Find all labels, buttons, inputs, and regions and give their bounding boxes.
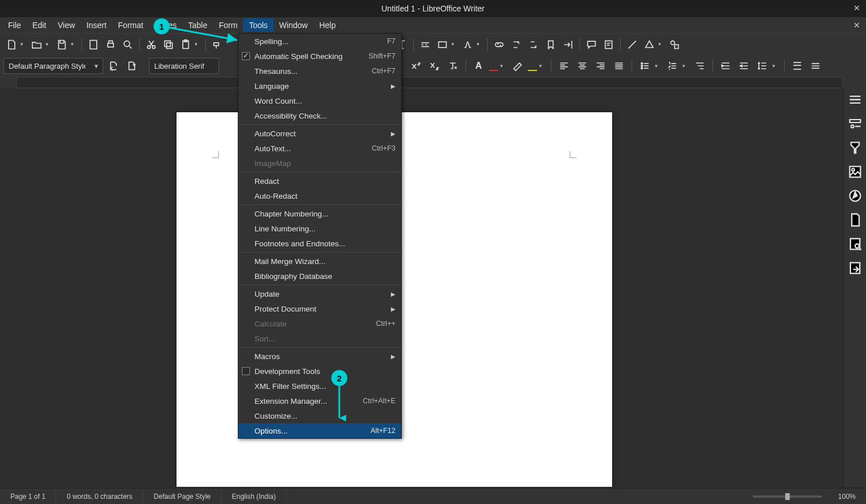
align-center-icon[interactable] xyxy=(574,58,590,74)
menu-item-accessibility-check[interactable]: Accessibility Check... xyxy=(238,108,401,123)
paragraph-style-dropdown-icon[interactable]: ▼ xyxy=(90,63,103,69)
menu-edit[interactable]: Edit xyxy=(27,18,52,32)
outline-list-icon[interactable] xyxy=(692,58,708,74)
insert-bookmark-icon[interactable] xyxy=(543,37,559,53)
sidebar-page-icon[interactable] xyxy=(847,212,863,228)
clone-formatting-icon[interactable] xyxy=(209,37,225,53)
save-icon[interactable] xyxy=(54,37,70,53)
paragraph-style-input[interactable] xyxy=(4,62,90,70)
sidebar-style-inspector-icon[interactable] xyxy=(847,236,863,252)
align-left-icon[interactable] xyxy=(556,58,572,74)
font-name-input[interactable] xyxy=(150,62,218,70)
menu-item-language[interactable]: Language▶ xyxy=(238,78,401,93)
menu-item-auto-redact[interactable]: Auto-Redact xyxy=(238,188,401,203)
align-justify-icon[interactable] xyxy=(611,58,627,74)
subscript-icon[interactable] xyxy=(426,58,442,74)
menu-item-options[interactable]: Options...Alt+F12 xyxy=(238,423,401,438)
menu-item-extension-manager[interactable]: Extension Manager...Ctrl+Alt+E xyxy=(238,393,401,408)
menu-item-xml-filter-settings[interactable]: XML Filter Settings... xyxy=(238,379,401,393)
menu-item-autotext[interactable]: AutoText...Ctrl+F3 xyxy=(238,141,401,156)
clear-formatting-icon[interactable] xyxy=(445,58,461,74)
insert-footnote-icon[interactable] xyxy=(508,37,524,53)
numbered-list-icon[interactable] xyxy=(664,58,680,74)
sidebar-styles-icon[interactable] xyxy=(847,140,863,156)
document-canvas[interactable] xyxy=(0,88,843,487)
bullet-list-icon[interactable] xyxy=(637,58,653,74)
menu-item-customize[interactable]: Customize... xyxy=(238,408,401,423)
menu-item-chapter-numbering[interactable]: Chapter Numbering... xyxy=(238,206,401,221)
menu-item-footnotes-and-endnotes[interactable]: Footnotes and Endnotes... xyxy=(238,236,401,251)
menu-item-macros[interactable]: Macros▶ xyxy=(238,349,401,364)
export-pdf-icon[interactable] xyxy=(85,37,101,53)
menu-help[interactable]: Help xyxy=(314,18,342,32)
menu-form[interactable]: Form xyxy=(213,18,244,32)
font-name-combo[interactable] xyxy=(149,58,219,74)
document-close-icon[interactable]: ✕ xyxy=(853,21,860,30)
paste-icon[interactable] xyxy=(178,37,194,53)
print-preview-icon[interactable] xyxy=(120,37,136,53)
new-style-icon[interactable] xyxy=(124,58,140,74)
font-color-dropdown-icon[interactable]: ▼ xyxy=(499,64,505,69)
status-page-style[interactable]: Default Page Style xyxy=(143,491,221,502)
print-icon[interactable] xyxy=(103,37,119,53)
menu-item-protect-document[interactable]: Protect Document▶ xyxy=(238,301,401,316)
insert-comment-icon[interactable] xyxy=(583,37,599,53)
sidebar-manage-changes-icon[interactable] xyxy=(847,260,863,276)
menu-window[interactable]: Window xyxy=(273,18,314,32)
menu-item-mail-merge-wizard[interactable]: Mail Merge Wizard... xyxy=(238,254,401,269)
sidebar-properties-icon[interactable] xyxy=(847,116,863,132)
insert-page-break-icon[interactable] xyxy=(417,37,433,53)
menu-item-redact[interactable]: Redact xyxy=(238,174,401,188)
status-page[interactable]: Page 1 of 1 xyxy=(0,491,56,502)
superscript-icon[interactable] xyxy=(408,58,424,74)
shapes-dropdown-icon[interactable]: ▼ xyxy=(657,42,663,47)
cut-icon[interactable] xyxy=(143,37,159,53)
basic-shapes-icon[interactable] xyxy=(641,37,657,53)
menu-table[interactable]: Table xyxy=(182,18,213,32)
status-language[interactable]: English (India) xyxy=(222,491,287,502)
window-close-icon[interactable]: ✕ xyxy=(853,3,860,13)
paste-dropdown-icon[interactable]: ▼ xyxy=(194,42,199,47)
insert-hyperlink-icon[interactable] xyxy=(491,37,507,53)
numbered-dropdown-icon[interactable]: ▼ xyxy=(681,64,687,69)
menu-item-autocorrect[interactable]: AutoCorrect▶ xyxy=(238,126,401,141)
status-zoom[interactable]: 100% xyxy=(828,491,866,502)
menu-item-line-numbering[interactable]: Line Numbering... xyxy=(238,221,401,236)
menu-item-thesaurus[interactable]: Thesaurus...Ctrl+F7 xyxy=(238,64,401,78)
insert-special-char-icon[interactable] xyxy=(460,37,476,53)
save-dropdown-icon[interactable]: ▼ xyxy=(70,42,76,47)
update-style-icon[interactable] xyxy=(105,58,122,74)
insert-endnote-icon[interactable] xyxy=(526,37,542,53)
line-spacing-icon[interactable] xyxy=(754,58,770,74)
decrease-para-spacing-icon[interactable] xyxy=(808,58,824,74)
menu-view[interactable]: View xyxy=(52,18,81,32)
special-char-dropdown-icon[interactable]: ▼ xyxy=(476,42,481,47)
status-word-count[interactable]: 0 words, 0 characters xyxy=(56,491,143,502)
menu-tools[interactable]: Tools xyxy=(243,18,273,32)
zoom-slider[interactable] xyxy=(753,495,822,498)
font-color-icon[interactable]: A xyxy=(471,58,487,74)
highlight-dropdown-icon[interactable]: ▼ xyxy=(538,64,544,69)
menu-item-bibliography-database[interactable]: Bibliography Database xyxy=(238,269,401,284)
menu-item-update[interactable]: Update▶ xyxy=(238,286,401,301)
sidebar-navigator-icon[interactable] xyxy=(847,188,863,204)
open-icon[interactable] xyxy=(29,37,45,53)
increase-indent-icon[interactable] xyxy=(718,58,734,74)
insert-line-icon[interactable] xyxy=(624,37,640,53)
decrease-indent-icon[interactable] xyxy=(736,58,752,74)
zoom-slider-handle[interactable] xyxy=(785,493,790,500)
track-changes-icon[interactable] xyxy=(601,37,617,53)
menu-file[interactable]: File xyxy=(2,18,27,32)
align-right-icon[interactable] xyxy=(593,58,609,74)
sidebar-menu-icon[interactable] xyxy=(847,92,863,108)
sidebar-gallery-icon[interactable] xyxy=(847,164,863,180)
show-draw-functions-icon[interactable] xyxy=(667,37,683,53)
new-icon[interactable] xyxy=(3,37,19,53)
menu-item-automatic-spell-checking[interactable]: Automatic Spell CheckingShift+F7 xyxy=(238,49,401,64)
field-dropdown-icon[interactable]: ▼ xyxy=(450,42,456,47)
new-dropdown-icon[interactable]: ▼ xyxy=(19,42,25,47)
menu-item-development-tools[interactable]: Development Tools xyxy=(238,364,401,379)
horizontal-ruler[interactable] xyxy=(16,77,843,88)
menu-format[interactable]: Format xyxy=(112,18,149,32)
highlight-color-icon[interactable] xyxy=(510,58,526,74)
